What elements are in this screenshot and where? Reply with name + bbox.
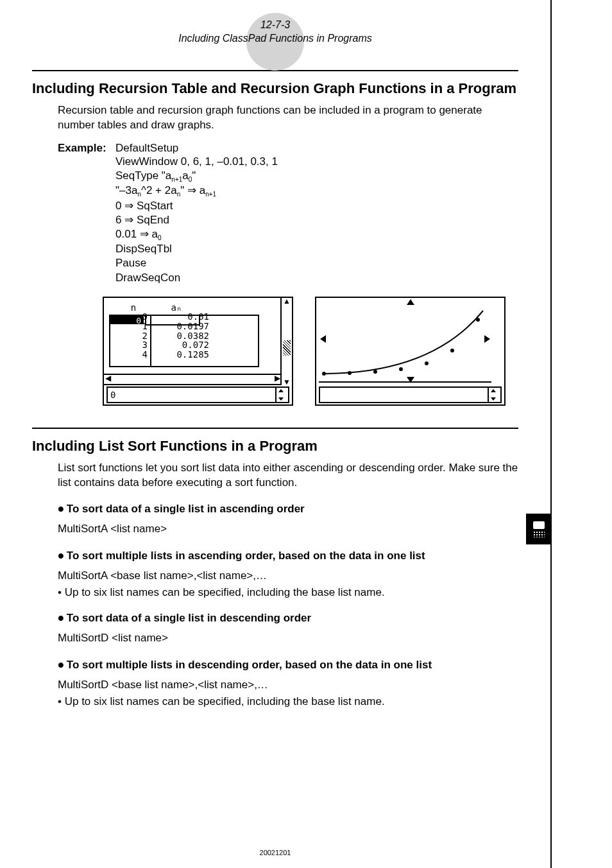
sort-note: • Up to six list names can be specified,…	[58, 586, 518, 599]
sort-syntax: MultiSortD <list name>	[58, 631, 518, 646]
graph-axis	[319, 381, 491, 383]
pan-right-icon[interactable]	[484, 335, 490, 343]
sort-syntax: MultiSortD <base list name>,<list name>,…	[58, 678, 518, 693]
svg-point-4	[425, 361, 429, 365]
svg-point-2	[373, 370, 377, 374]
svg-point-0	[322, 372, 326, 376]
code-block: ViewWindow 0, 6, 1, –0.01, 0.3, 1 SeqTyp…	[115, 155, 518, 285]
svg-point-5	[450, 349, 454, 352]
sort-heading: •To sort data of a single list in descen…	[58, 608, 518, 629]
input-value: 0	[108, 390, 115, 400]
code-line: SeqType "an+1a0"	[115, 169, 518, 184]
code-line: 0.01 ⇒ a0	[115, 227, 518, 242]
col-header-n: n	[119, 303, 148, 313]
section2-title: Including List Sort Functions in a Progr…	[32, 438, 518, 455]
page-number: 12-7-3	[32, 19, 518, 31]
code-line-1: DefaultSetup	[115, 142, 178, 155]
code-line: ViewWindow 0, 6, 1, –0.01, 0.3, 1	[115, 155, 518, 169]
screenshots-row: n aₙ 00.01 10.0197 20.0382 30.072 40.128…	[103, 297, 518, 406]
divider	[32, 428, 518, 429]
svg-point-3	[399, 367, 403, 371]
col-header-an: aₙ	[148, 303, 205, 313]
code-line: DrawSeqCon	[115, 271, 518, 285]
code-line: DispSeqTbl	[115, 242, 518, 256]
sort-syntax: MultiSortA <list name>	[58, 522, 518, 537]
pan-up-icon[interactable]	[407, 299, 414, 305]
svg-point-1	[348, 371, 352, 375]
spinner-icon[interactable]	[488, 386, 502, 403]
page-subtitle: Including ClassPad Functions in Programs	[32, 33, 518, 44]
sort-heading: •To sort multiple lists in ascending ord…	[58, 546, 518, 566]
section1-intro: Recursion table and recursion graph func…	[58, 103, 518, 133]
calculator-icon	[526, 514, 552, 544]
section2-intro: List sort functions let you sort list da…	[58, 461, 518, 490]
section1-title: Including Recursion Table and Recursion …	[32, 80, 518, 97]
sequence-graph-screen	[315, 297, 506, 406]
code-line: Pause	[115, 256, 518, 270]
code-line: "–3an^2 + 2an" ⇒ an+1	[115, 184, 518, 198]
vertical-scrollbar[interactable]: ▲ ▼	[280, 298, 292, 385]
scroll-thumb[interactable]	[283, 340, 291, 356]
sequence-table: n aₙ 00.01 10.0197 20.0382 30.072 40.128…	[119, 303, 209, 360]
sort-syntax: MultiSortA <base list name>,<list name>,…	[58, 569, 518, 584]
svg-point-6	[476, 318, 480, 322]
scroll-left-icon[interactable]: ◀	[105, 374, 111, 383]
page-header: 12-7-3 Including ClassPad Functions in P…	[32, 19, 518, 44]
horizontal-scrollbar[interactable]: ◀ ▶	[104, 374, 282, 385]
input-row[interactable]: 0	[106, 386, 289, 403]
selected-value-bracket	[145, 315, 200, 326]
example-label: Example:	[58, 142, 115, 155]
spinner-icon[interactable]	[275, 386, 289, 403]
sequence-table-screen: n aₙ 00.01 10.0197 20.0382 30.072 40.128…	[103, 297, 293, 406]
graph-input-row[interactable]	[319, 386, 502, 403]
scroll-right-icon[interactable]: ▶	[275, 374, 280, 383]
scroll-up-icon[interactable]: ▲	[283, 297, 291, 306]
page: 12-7-3 Including ClassPad Functions in P…	[0, 0, 552, 868]
sort-heading: •To sort multiple lists in descending or…	[58, 655, 518, 675]
footer-number: 20021201	[0, 849, 550, 856]
selected-cell: 0	[110, 316, 144, 324]
sort-heading: •To sort data of a single list in ascend…	[58, 499, 518, 519]
pan-left-icon[interactable]	[320, 335, 326, 343]
example-row: Example: DefaultSetup	[58, 142, 518, 155]
code-line: 6 ⇒ SqEnd	[115, 213, 518, 227]
sort-note: • Up to six list names can be specified,…	[58, 695, 518, 708]
code-line: 0 ⇒ SqStart	[115, 199, 518, 213]
scroll-down-icon[interactable]: ▼	[283, 378, 291, 386]
graph-curve	[316, 298, 504, 388]
